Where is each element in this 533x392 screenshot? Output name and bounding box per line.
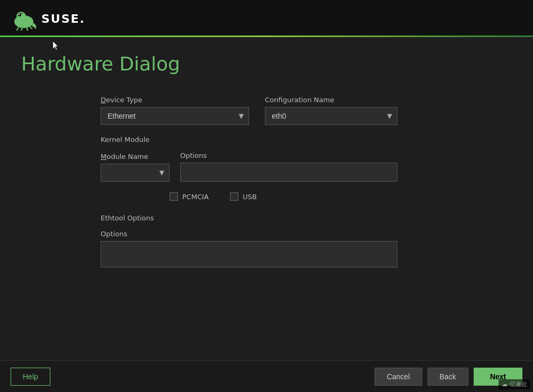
checkboxes-row: PCMCIA USB [170,192,512,201]
back-button[interactable]: Back [428,368,468,386]
cancel-button[interactable]: Cancel [375,368,422,386]
bottom-bar: Help Cancel Back Next [0,360,533,392]
kernel-options-label: Options [180,152,397,159]
ethtool-section-label: Ethtool Options [101,214,512,222]
usb-label: USB [243,193,257,201]
bottom-left: Help [11,368,50,386]
device-type-select-wrapper[interactable]: Ethernet Network Card Wireless ▼ [101,107,249,125]
page-title: Hardware Dialog [21,53,512,75]
module-name-label: Module Name [101,153,170,161]
kernel-module-row: Module Name ▼ Options [101,152,512,182]
usb-checkbox-item[interactable]: USB [230,192,257,201]
ethtool-options-input[interactable] [101,241,397,268]
svg-line-5 [21,28,22,30]
suse-logo: SUSE. [11,7,85,31]
device-type-label: Device Type [101,96,249,104]
pcmcia-label: PCMCIA [182,193,209,201]
device-type-group: Device Type Ethernet Network Card Wirele… [101,96,249,125]
watermark-icon: ☁ [502,381,508,388]
config-name-select[interactable]: eth0 eth1 eth2 [265,107,397,125]
config-name-select-wrapper[interactable]: eth0 eth1 eth2 ▼ [265,107,397,125]
ethtool-section: Ethtool Options Options [101,214,512,268]
kernel-options-input[interactable] [180,163,397,182]
device-type-select[interactable]: Ethernet Network Card Wireless [101,107,249,125]
top-bar: SUSE. [0,0,533,37]
watermark-text: 亿速云 [510,380,527,388]
kernel-module-label: Kernel Module [101,136,512,144]
pcmcia-checkbox[interactable] [170,192,178,201]
module-name-select-wrapper[interactable]: ▼ [101,164,170,182]
config-name-label: Configuration Name [265,96,397,104]
help-button[interactable]: Help [11,368,50,386]
suse-text-label: SUSE. [41,12,85,25]
suse-chameleon-icon [11,7,37,31]
watermark: ☁ 亿速云 [499,379,530,389]
module-name-group: Module Name ▼ [101,153,170,182]
top-row: Device Type Ethernet Network Card Wirele… [101,96,512,125]
kernel-options-group: Options [180,152,397,182]
config-name-group: Configuration Name eth0 eth1 eth2 ▼ [265,96,397,125]
form-section: Device Type Ethernet Network Card Wirele… [101,96,512,268]
ethtool-options-group: Options [101,230,512,268]
usb-checkbox[interactable] [230,192,238,201]
main-content: Hardware Dialog Device Type Ethernet Net… [0,37,533,360]
module-name-select[interactable] [101,164,170,182]
svg-point-3 [19,13,20,14]
svg-line-7 [30,26,32,29]
svg-line-4 [17,27,19,30]
pcmcia-checkbox-item[interactable]: PCMCIA [170,192,209,201]
ethtool-options-label: Options [101,230,512,238]
